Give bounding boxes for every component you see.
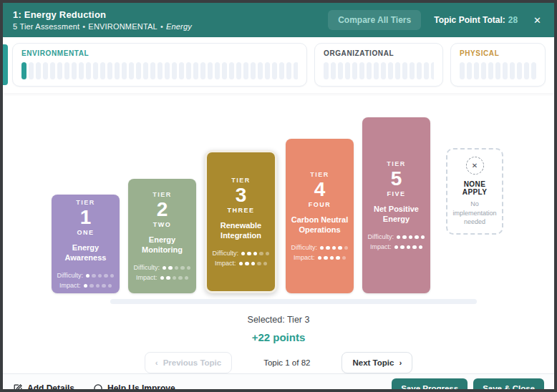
dot-filled bbox=[247, 252, 251, 256]
dot-empty bbox=[187, 266, 191, 270]
next-topic-button[interactable]: Next Topic › bbox=[342, 352, 412, 373]
rating-label: Impact: bbox=[370, 243, 392, 250]
progress-segment bbox=[279, 62, 284, 79]
tier-word: ONE bbox=[77, 229, 94, 236]
tier-stage: TIER1ONEEnergy AwarenessDifficulty:Impac… bbox=[3, 93, 554, 293]
dot-filled bbox=[407, 245, 411, 250]
progress-segment bbox=[531, 62, 536, 79]
progress-segment bbox=[474, 62, 479, 79]
category-card-organizational[interactable]: ORGANIZATIONAL bbox=[314, 43, 443, 87]
dot-filled bbox=[419, 245, 423, 250]
dot-empty bbox=[266, 252, 270, 256]
rating-dots bbox=[318, 256, 347, 260]
progress-segment bbox=[243, 62, 248, 79]
tier-number: 3 bbox=[236, 184, 247, 207]
progress-segment bbox=[481, 62, 486, 79]
tier-card-1[interactable]: TIER1ONEEnergy AwarenessDifficulty:Impac… bbox=[52, 195, 120, 293]
breadcrumb-separator: • bbox=[160, 22, 163, 31]
dot-filled bbox=[409, 235, 413, 240]
compare-all-tiers-button[interactable]: Compare All Tiers bbox=[328, 10, 421, 30]
category-card-physical[interactable]: PHYSICAL bbox=[450, 43, 546, 87]
tier-card-5[interactable]: TIER5FIVENet Positive EnergyDifficulty:I… bbox=[362, 117, 430, 293]
help-us-improve-label: Help Us Improve bbox=[107, 383, 175, 392]
progress-segment bbox=[100, 62, 105, 79]
impact-rating: Impact: bbox=[370, 243, 422, 250]
topic-point-total-label: Topic Point Total: bbox=[434, 15, 505, 25]
tier-card-2[interactable]: TIER2TWOEnergy MonitoringDifficulty:Impa… bbox=[128, 179, 196, 293]
breadcrumb-assessment: 5 Tier Assessment bbox=[13, 22, 79, 31]
dot-filled bbox=[251, 262, 256, 266]
tier-name: Net Positive Energy bbox=[366, 204, 427, 225]
progress-segment bbox=[136, 62, 141, 79]
dot-empty bbox=[98, 274, 102, 278]
add-details-button[interactable]: Add Details bbox=[13, 383, 74, 392]
rating-label: Difficulty: bbox=[134, 264, 160, 271]
dot-filled bbox=[320, 246, 324, 250]
help-us-improve-button[interactable]: Help Us Improve bbox=[93, 383, 175, 392]
progress-segment bbox=[402, 62, 407, 79]
dot-filled bbox=[421, 235, 425, 240]
dot-filled bbox=[397, 235, 401, 240]
dot-filled bbox=[163, 266, 167, 270]
category-progress-row: ENVIRONMENTALORGANIZATIONALPHYSICAL bbox=[3, 37, 554, 93]
active-category-accent-bar bbox=[3, 44, 8, 85]
dot-filled bbox=[336, 256, 340, 260]
save-and-close-button[interactable]: Save & Close bbox=[473, 378, 544, 392]
tier-card-3[interactable]: TIER3THREERenewable IntegrationDifficult… bbox=[205, 150, 277, 293]
tier-caption: TIER bbox=[310, 171, 329, 178]
dot-filled bbox=[402, 235, 407, 240]
dot-filled bbox=[241, 252, 246, 256]
dot-empty bbox=[178, 276, 183, 280]
close-icon[interactable]: ✕ bbox=[531, 14, 544, 27]
dot-filled bbox=[412, 245, 417, 250]
rating-label: Impact: bbox=[215, 260, 236, 267]
progress-segment bbox=[50, 62, 55, 79]
progress-segment bbox=[374, 62, 379, 79]
points-earned-text: +22 points bbox=[3, 331, 554, 343]
previous-topic-button[interactable]: ‹ Previous Topic bbox=[145, 352, 232, 373]
progress-segment bbox=[265, 62, 270, 79]
difficulty-rating: Difficulty: bbox=[57, 272, 115, 279]
main-content: TIER1ONEEnergy AwarenessDifficulty:Impac… bbox=[3, 93, 554, 373]
dot-filled bbox=[400, 245, 405, 250]
rating-label: Difficulty: bbox=[57, 272, 83, 279]
progress-segment bbox=[229, 62, 234, 79]
dot-filled bbox=[239, 262, 243, 266]
progress-segment bbox=[165, 62, 170, 79]
progress-segment bbox=[272, 62, 277, 79]
dot-empty bbox=[104, 274, 108, 278]
difficulty-rating: Difficulty: bbox=[291, 244, 349, 251]
progress-segment bbox=[503, 62, 508, 79]
dot-empty bbox=[89, 284, 94, 288]
topic-navigation: ‹ Previous Topic Topic 1 of 82 Next Topi… bbox=[3, 352, 554, 373]
horizontal-scrollbar[interactable] bbox=[110, 299, 477, 304]
none-apply-option[interactable]: ✕ NONE APPLY No implementation needed bbox=[446, 148, 503, 235]
dot-empty bbox=[342, 256, 347, 260]
category-card-environmental[interactable]: ENVIRONMENTAL bbox=[12, 43, 307, 87]
progress-segment bbox=[510, 62, 515, 79]
progress-segment bbox=[251, 62, 256, 79]
none-apply-subtitle: No implementation needed bbox=[451, 200, 498, 227]
progress-segment bbox=[158, 62, 163, 79]
none-apply-title: NONE APPLY bbox=[451, 180, 498, 196]
tier-caption: TIER bbox=[76, 199, 95, 206]
dot-filled bbox=[168, 266, 173, 270]
tier-number: 2 bbox=[157, 198, 168, 221]
progress-segment bbox=[488, 62, 493, 79]
save-progress-button[interactable]: Save Progress bbox=[392, 378, 468, 392]
tier-card-4[interactable]: TIER4FOURCarbon Neutral OperationsDiffic… bbox=[286, 139, 354, 293]
progress-segment bbox=[517, 62, 522, 79]
progress-segment bbox=[36, 62, 41, 79]
progress-segment bbox=[43, 62, 48, 79]
topic-point-total: Topic Point Total:28 bbox=[434, 15, 518, 25]
progress-segment bbox=[107, 62, 112, 79]
tier-caption: TIER bbox=[231, 177, 251, 184]
category-label: PHYSICAL bbox=[460, 49, 536, 57]
tier-number: 5 bbox=[391, 167, 402, 190]
rating-label: Impact: bbox=[136, 274, 158, 281]
progress-segment bbox=[395, 62, 400, 79]
breadcrumb-category: ENVIRONMENTAL bbox=[88, 22, 158, 31]
tier-name: Energy Awareness bbox=[55, 242, 116, 263]
progress-segment bbox=[524, 62, 529, 79]
rating-dots bbox=[320, 246, 349, 250]
